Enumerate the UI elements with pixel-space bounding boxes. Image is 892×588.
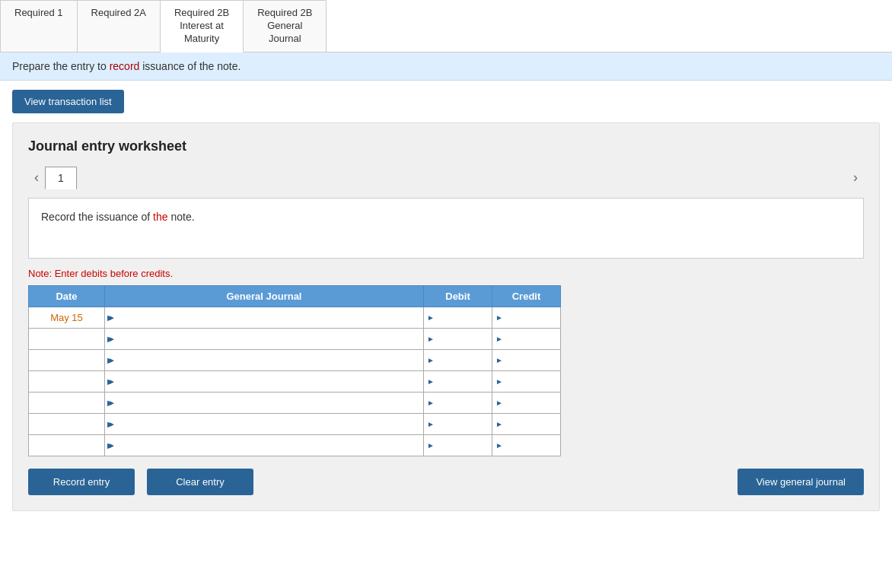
col-header-journal: General Journal (105, 285, 424, 307)
credit-input-3[interactable] (506, 350, 557, 370)
triangle-icon: ► (427, 335, 435, 343)
info-bar: Prepare the entry to record issuance of … (0, 52, 892, 81)
triangle-icon: ► (108, 399, 116, 407)
instruction-box: Record the issuance of the note. (28, 198, 864, 259)
credit-cell-7[interactable]: ► (492, 434, 561, 456)
journal-cell-2[interactable]: ► (105, 328, 424, 349)
credit-cell-4[interactable]: ► (492, 370, 561, 392)
debit-input-5[interactable] (438, 393, 489, 413)
journal-cell-6[interactable]: ► (105, 413, 424, 434)
debit-cell-4[interactable]: ► (424, 370, 492, 392)
credit-input-7[interactable] (506, 435, 557, 456)
credit-input-2[interactable] (506, 329, 557, 349)
table-row: ► ► ► (29, 392, 561, 413)
credit-cell-5[interactable]: ► (492, 392, 561, 413)
debit-input-3[interactable] (438, 350, 489, 370)
col-header-credit: Credit (492, 285, 561, 307)
triangle-icon: ► (108, 420, 116, 428)
tab-required2a[interactable]: Required 2A (78, 0, 161, 52)
col-header-debit: Debit (424, 285, 492, 307)
debit-input-6[interactable] (438, 414, 489, 434)
table-row: ► ► ► (29, 413, 561, 434)
debit-cell-1[interactable]: ► (424, 307, 492, 328)
debit-cell-7[interactable]: ► (424, 434, 492, 456)
credit-input-1[interactable] (506, 307, 557, 328)
credit-input-5[interactable] (506, 393, 557, 413)
credit-cell-2[interactable]: ► (492, 328, 561, 349)
journal-input-3[interactable] (119, 350, 420, 370)
view-transaction-button[interactable]: View transaction list (12, 90, 124, 113)
table-row: May 15 ► ► ► (29, 307, 561, 328)
next-arrow[interactable]: › (847, 167, 864, 189)
triangle-icon: ► (427, 313, 435, 322)
tab-required2b-journal[interactable]: Required 2BGeneralJournal (244, 0, 327, 52)
journal-input-6[interactable] (119, 414, 420, 434)
tabs-bar: Required 1 Required 2A Required 2BIntere… (0, 0, 892, 52)
triangle-icon: ► (495, 377, 503, 386)
triangle-icon: ► (495, 441, 503, 450)
tab-required1[interactable]: Required 1 (0, 0, 78, 52)
triangle-icon: ► (495, 399, 503, 407)
date-cell-3 (29, 349, 105, 370)
credit-cell-1[interactable]: ► (492, 307, 561, 328)
credit-cell-6[interactable]: ► (492, 413, 561, 434)
credit-input-6[interactable] (506, 414, 557, 434)
date-cell-1: May 15 (29, 307, 105, 328)
worksheet-container: Journal entry worksheet ‹ 1 › Record the… (12, 122, 880, 511)
date-cell-4 (29, 370, 105, 392)
journal-input-5[interactable] (119, 393, 420, 413)
debit-cell-3[interactable]: ► (424, 349, 492, 370)
journal-cell-3[interactable]: ► (105, 349, 424, 370)
debit-cell-6[interactable]: ► (424, 413, 492, 434)
triangle-icon: ► (108, 335, 116, 343)
clear-entry-button[interactable]: Clear entry (147, 469, 253, 495)
buttons-row: Record entry Clear entry View general jo… (28, 469, 864, 495)
debit-input-4[interactable] (438, 371, 489, 392)
journal-table: Date General Journal Debit Credit May 15… (28, 285, 561, 456)
triangle-icon: ► (427, 377, 435, 386)
triangle-icon: ► (427, 420, 435, 428)
triangle-icon: ► (495, 313, 503, 322)
journal-cell-1[interactable]: ► (105, 307, 424, 328)
debit-input-1[interactable] (438, 307, 489, 328)
prev-arrow[interactable]: ‹ (28, 167, 45, 189)
tab-required2b-interest[interactable]: Required 2BInterest atMaturity (161, 0, 244, 52)
triangle-icon: ► (108, 377, 116, 386)
journal-input-2[interactable] (119, 329, 420, 349)
date-cell-7 (29, 434, 105, 456)
journal-input-7[interactable] (119, 435, 420, 456)
debit-cell-2[interactable]: ► (424, 328, 492, 349)
table-row: ► ► ► (29, 349, 561, 370)
journal-cell-5[interactable]: ► (105, 392, 424, 413)
triangle-icon: ► (495, 420, 503, 428)
date-cell-5 (29, 392, 105, 413)
table-row: ► ► ► (29, 370, 561, 392)
triangle-icon: ► (108, 441, 116, 450)
view-general-journal-button[interactable]: View general journal (737, 469, 864, 495)
record-entry-button[interactable]: Record entry (28, 469, 135, 495)
debit-input-2[interactable] (438, 329, 489, 349)
triangle-icon: ► (427, 356, 435, 364)
credit-cell-3[interactable]: ► (492, 349, 561, 370)
debit-input-7[interactable] (438, 435, 489, 456)
date-cell-6 (29, 413, 105, 434)
tab-number[interactable]: 1 (45, 167, 77, 189)
triangle-icon: ► (495, 356, 503, 364)
triangle-icon: ► (108, 313, 116, 322)
triangle-icon: ► (427, 399, 435, 407)
triangle-icon: ► (495, 335, 503, 343)
credit-input-4[interactable] (506, 371, 557, 392)
col-header-date: Date (29, 285, 105, 307)
date-cell-2 (29, 328, 105, 349)
journal-cell-7[interactable]: ► (105, 434, 424, 456)
triangle-icon: ► (108, 356, 116, 364)
nav-row: ‹ 1 › (28, 167, 864, 189)
journal-input-4[interactable] (119, 371, 420, 392)
table-row: ► ► ► (29, 328, 561, 349)
triangle-icon: ► (427, 441, 435, 450)
note-text: Note: Enter debits before credits. (28, 268, 864, 279)
journal-input-1[interactable] (119, 307, 420, 328)
worksheet-title: Journal entry worksheet (28, 138, 864, 154)
journal-cell-4[interactable]: ► (105, 370, 424, 392)
debit-cell-5[interactable]: ► (424, 392, 492, 413)
